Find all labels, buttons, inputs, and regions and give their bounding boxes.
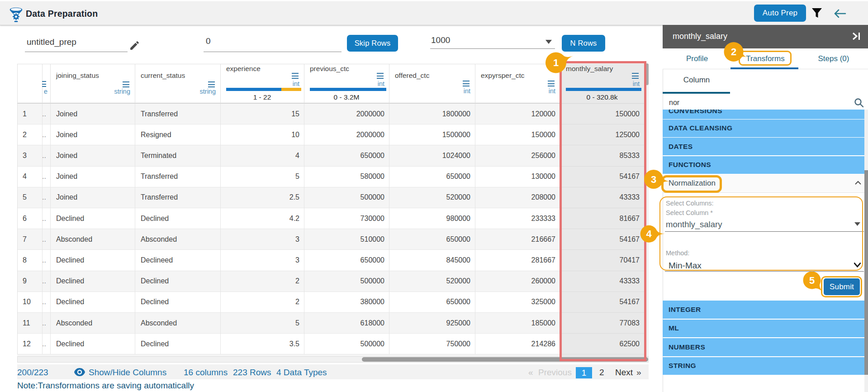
svg-text:3: 3: [651, 174, 656, 185]
